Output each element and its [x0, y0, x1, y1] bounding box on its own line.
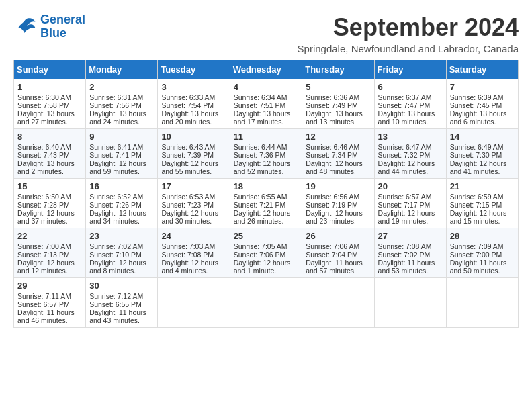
day-info-line: Sunrise: 6:36 AM — [306, 93, 370, 101]
calendar-week-3: 15Sunrise: 6:50 AMSunset: 7:28 PMDayligh… — [14, 179, 519, 228]
day-number: 15 — [17, 181, 82, 191]
day-number: 10 — [161, 132, 226, 142]
calendar-cell: 2Sunrise: 6:31 AMSunset: 7:56 PMDaylight… — [86, 79, 158, 129]
col-thursday: Thursday — [302, 60, 374, 79]
calendar-cell: 12Sunrise: 6:46 AMSunset: 7:34 PMDayligh… — [302, 129, 374, 179]
day-info-line: and 1 minute. — [234, 267, 299, 275]
calendar-cell — [158, 278, 230, 328]
day-info-line: Sunrise: 6:59 AM — [450, 193, 515, 201]
day-info-line: Sunset: 7:43 PM — [17, 151, 82, 159]
day-info-line: Sunset: 7:00 PM — [450, 250, 515, 259]
day-info-line: and 27 minutes. — [17, 118, 82, 126]
day-info-line: and 20 minutes. — [161, 118, 226, 126]
calendar-cell: 19Sunrise: 6:56 AMSunset: 7:19 PMDayligh… — [302, 179, 374, 228]
day-info-line: Sunset: 6:55 PM — [89, 300, 154, 308]
logo-icon — [13, 15, 38, 39]
day-info-line: and 52 minutes. — [234, 167, 299, 175]
day-info-line: Sunset: 7:10 PM — [89, 250, 154, 259]
calendar-cell: 3Sunrise: 6:33 AMSunset: 7:54 PMDaylight… — [158, 79, 230, 129]
col-saturday: Saturday — [446, 60, 518, 79]
day-info-line: and 44 minutes. — [378, 167, 443, 175]
calendar-cell — [230, 278, 302, 328]
day-info-line: Sunset: 7:06 PM — [234, 250, 299, 259]
day-info-line: Sunset: 7:36 PM — [234, 151, 299, 159]
day-number: 18 — [234, 181, 299, 191]
calendar-cell: 29Sunrise: 7:11 AMSunset: 6:57 PMDayligh… — [14, 278, 86, 328]
day-info-line: Sunrise: 7:05 AM — [234, 242, 299, 250]
day-number: 17 — [161, 181, 226, 191]
day-info-line: Daylight: 12 hours — [161, 259, 226, 267]
day-info-line: Daylight: 12 hours — [89, 159, 154, 167]
day-number: 4 — [234, 82, 299, 92]
day-info-line: Daylight: 12 hours — [17, 259, 82, 267]
col-friday: Friday — [374, 60, 446, 79]
calendar-cell: 1Sunrise: 6:30 AMSunset: 7:58 PMDaylight… — [14, 79, 86, 129]
day-info-line: and 50 minutes. — [450, 267, 515, 275]
day-info-line: Sunrise: 7:02 AM — [89, 242, 154, 250]
day-info-line: Sunset: 7:21 PM — [234, 201, 299, 209]
day-number: 2 — [89, 82, 154, 92]
day-info-line: Sunset: 7:08 PM — [161, 250, 226, 259]
page-header: General Blue September 2024 Springdale, … — [13, 13, 519, 54]
col-sunday: Sunday — [14, 60, 86, 79]
day-info-line: and 34 minutes. — [89, 217, 154, 225]
calendar-week-5: 29Sunrise: 7:11 AMSunset: 6:57 PMDayligh… — [14, 278, 519, 328]
day-info-line: Sunrise: 6:34 AM — [234, 93, 299, 101]
day-number: 23 — [89, 231, 154, 241]
day-info-line: Daylight: 11 hours — [17, 308, 82, 316]
day-info-line: and 2 minutes. — [17, 167, 82, 175]
logo-text: General Blue — [40, 13, 85, 40]
day-info-line: and 55 minutes. — [161, 167, 226, 175]
day-number: 22 — [17, 231, 82, 241]
day-info-line: Daylight: 11 hours — [89, 308, 154, 316]
day-info-line: and 46 minutes. — [17, 316, 82, 324]
day-info-line: Sunrise: 7:12 AM — [89, 292, 154, 300]
day-info-line: and 10 minutes. — [378, 118, 443, 126]
month-title: September 2024 — [298, 13, 519, 42]
day-info-line: Sunrise: 6:52 AM — [89, 193, 154, 201]
calendar-cell: 25Sunrise: 7:05 AMSunset: 7:06 PMDayligh… — [230, 228, 302, 278]
calendar-cell: 17Sunrise: 6:53 AMSunset: 7:23 PMDayligh… — [158, 179, 230, 228]
day-info-line: Daylight: 12 hours — [17, 209, 82, 217]
day-info-line: Sunset: 7:49 PM — [306, 101, 370, 109]
day-number: 7 — [450, 82, 515, 92]
day-info-line: Daylight: 12 hours — [378, 159, 443, 167]
day-info-line: Daylight: 13 hours — [89, 109, 154, 118]
calendar-cell: 11Sunrise: 6:44 AMSunset: 7:36 PMDayligh… — [230, 129, 302, 179]
day-info-line: Sunset: 7:26 PM — [89, 201, 154, 209]
day-info-line: Sunset: 7:17 PM — [378, 201, 443, 209]
day-info-line: Sunrise: 7:09 AM — [450, 242, 515, 250]
day-info-line: Sunrise: 7:03 AM — [161, 242, 226, 250]
day-info-line: Sunset: 7:28 PM — [17, 201, 82, 209]
day-info-line: Sunrise: 6:31 AM — [89, 93, 154, 101]
calendar-cell — [446, 278, 518, 328]
day-info-line: Sunset: 7:19 PM — [306, 201, 370, 209]
day-info-line: and 37 minutes. — [17, 217, 82, 225]
day-info-line: Sunset: 7:23 PM — [161, 201, 226, 209]
day-info-line: Sunset: 7:56 PM — [89, 101, 154, 109]
calendar-table: Sunday Monday Tuesday Wednesday Thursday… — [13, 60, 519, 328]
day-info-line: Daylight: 11 hours — [306, 259, 370, 267]
day-number: 24 — [161, 231, 226, 241]
day-number: 14 — [450, 132, 515, 142]
day-number: 3 — [161, 82, 226, 92]
day-info-line: Sunrise: 6:37 AM — [378, 93, 443, 101]
location-subtitle: Springdale, Newfoundland and Labrador, C… — [298, 43, 519, 54]
day-number: 5 — [306, 82, 370, 92]
day-info-line: Sunrise: 6:40 AM — [17, 143, 82, 151]
day-info-line: Sunset: 7:41 PM — [89, 151, 154, 159]
calendar-cell: 24Sunrise: 7:03 AMSunset: 7:08 PMDayligh… — [158, 228, 230, 278]
day-number: 27 — [378, 231, 443, 241]
day-info-line: Daylight: 13 hours — [17, 159, 82, 167]
day-info-line: and 17 minutes. — [234, 118, 299, 126]
day-info-line: Sunset: 7:34 PM — [306, 151, 370, 159]
day-info-line: Sunrise: 7:06 AM — [306, 242, 370, 250]
day-number: 28 — [450, 231, 515, 241]
day-info-line: Daylight: 12 hours — [450, 209, 515, 217]
day-number: 25 — [234, 231, 299, 241]
day-info-line: Sunrise: 6:55 AM — [234, 193, 299, 201]
day-number: 13 — [378, 132, 443, 142]
title-block: September 2024 Springdale, Newfoundland … — [298, 13, 519, 54]
calendar-cell: 26Sunrise: 7:06 AMSunset: 7:04 PMDayligh… — [302, 228, 374, 278]
day-info-line: Sunrise: 6:49 AM — [450, 143, 515, 151]
